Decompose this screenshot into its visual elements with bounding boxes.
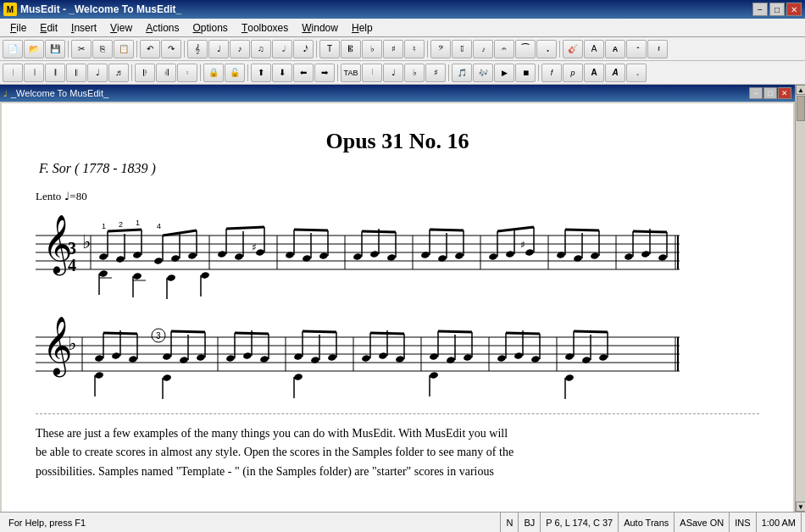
svg-point-108 <box>111 352 120 359</box>
menu-actions[interactable]: Actions <box>139 19 186 36</box>
menu-window[interactable]: Window <box>295 19 345 36</box>
tool-b13[interactable]: 𝄦 <box>452 40 472 58</box>
tool2-b13[interactable]: ⬇ <box>272 64 292 82</box>
tool-b2[interactable]: ♩ <box>208 40 229 58</box>
maximize-button[interactable]: □ <box>769 3 785 16</box>
scroll-thumb[interactable] <box>797 96 805 121</box>
svg-text:3: 3 <box>68 239 76 258</box>
tool-b15[interactable]: 𝄐 <box>494 40 514 58</box>
tool2-b18[interactable]: ♩ <box>383 64 403 82</box>
open-button[interactable]: 📂 <box>24 40 44 58</box>
tool2-b9[interactable]: 𝄈 <box>177 64 197 82</box>
tool-b3[interactable]: ♪ <box>230 40 250 58</box>
redo-button[interactable]: ↷ <box>161 40 181 58</box>
tool2-b17[interactable]: 𝄀 <box>362 64 382 82</box>
tool2-b10[interactable]: 🔒 <box>203 64 224 82</box>
tool-b8[interactable]: 𝄡 <box>341 40 361 58</box>
tool2-b14[interactable]: ⬅ <box>293 64 314 82</box>
help-text-pane: For Help, press F1 <box>3 513 501 532</box>
tool-b19[interactable]: A <box>584 40 604 58</box>
tool-b5[interactable]: 𝅗𝅥 <box>272 40 292 58</box>
svg-line-161 <box>506 333 540 334</box>
tool2-b4[interactable]: 𝄃 <box>66 64 86 82</box>
scroll-up-button[interactable]: ▲ <box>796 85 805 95</box>
svg-line-16 <box>108 230 142 231</box>
menu-insert[interactable]: Insert <box>64 19 103 36</box>
tool-b21[interactable]: 𝄼 <box>626 40 647 58</box>
svg-point-77 <box>641 250 650 258</box>
description-line2: be able to create scores in almost any s… <box>36 443 759 462</box>
tool2-b29[interactable]: 𝅃 <box>626 64 647 82</box>
n-pane: N <box>501 513 519 532</box>
tool-b20[interactable]: A <box>605 40 625 58</box>
new-button[interactable]: 📄 <box>3 40 23 58</box>
tool2-b2[interactable]: 𝄁 <box>24 64 44 82</box>
tool2-b19[interactable]: ♭ <box>404 64 425 82</box>
tool2-b3[interactable]: 𝄂 <box>45 64 65 82</box>
svg-point-17 <box>153 257 163 264</box>
minimize-button[interactable]: − <box>752 3 768 16</box>
svg-point-89 <box>132 272 142 280</box>
menu-toolboxes[interactable]: Toolboxes <box>235 19 295 36</box>
tool2-b21[interactable]: 🎵 <box>452 64 472 82</box>
svg-point-180 <box>564 374 574 381</box>
svg-point-21 <box>187 252 197 259</box>
tool-b22[interactable]: 𝄽 <box>647 40 668 58</box>
tool-b6[interactable]: 𝅘𝅥𝅯 <box>293 40 314 58</box>
toolbar2-sep-1 <box>131 64 132 81</box>
position-pane: P 6, L 174, C 37 <box>541 513 619 532</box>
tool2-b20[interactable]: ♯ <box>425 64 446 82</box>
tool2-b22[interactable]: 🎶 <box>473 64 493 82</box>
menu-options[interactable]: Options <box>186 19 235 36</box>
scroll-down-button[interactable]: ▼ <box>796 502 805 512</box>
save-button[interactable]: 💾 <box>45 40 65 58</box>
menu-file[interactable]: File <box>3 19 33 36</box>
tool-b14[interactable]: 𝆔 <box>473 40 493 58</box>
tool2-b28[interactable]: A <box>605 64 625 82</box>
tool2-b24[interactable]: ⏹ <box>515 64 536 82</box>
mdi-close-button[interactable]: ✕ <box>778 87 791 99</box>
close-button[interactable]: ✕ <box>786 3 802 16</box>
tool-b9[interactable]: ♭ <box>362 40 382 58</box>
tool-b16[interactable]: ⁀ <box>515 40 536 58</box>
tool2-b15[interactable]: ➡ <box>314 64 335 82</box>
document-content[interactable]: Opus 31 No. 16 F. Sor ( 1778 - 1839 ) Le… <box>2 103 793 512</box>
svg-point-58 <box>488 252 497 260</box>
undo-button[interactable]: ↶ <box>140 40 160 58</box>
svg-point-151 <box>463 353 472 361</box>
tool-b1[interactable]: 𝄞 <box>187 40 208 58</box>
menu-help[interactable]: Help <box>345 19 380 36</box>
tool-b10[interactable]: ♯ <box>383 40 403 58</box>
tool2-b1[interactable]: 𝄀 <box>3 64 23 82</box>
bj-label: BJ <box>524 518 535 528</box>
svg-line-129 <box>235 333 269 334</box>
vertical-scrollbar[interactable]: ▲ ▼ <box>795 85 805 512</box>
tool-b17[interactable]: 𝅕 <box>536 40 557 58</box>
tool2-b16[interactable]: TAB <box>341 64 361 82</box>
cut-button[interactable]: ✂ <box>71 40 92 58</box>
menu-edit[interactable]: Edit <box>33 19 64 36</box>
tool2-b6[interactable]: ♬ <box>108 64 129 82</box>
tool2-b12[interactable]: ⬆ <box>251 64 271 82</box>
tool-b12[interactable]: 𝄢 <box>430 40 451 58</box>
tool-b4[interactable]: ♫ <box>251 40 271 58</box>
tool-b11[interactable]: ♮ <box>404 40 425 58</box>
tool2-b8[interactable]: 𝄇 <box>156 64 176 82</box>
tool2-b25[interactable]: f <box>541 64 562 82</box>
mdi-maximize-button[interactable]: □ <box>763 87 777 99</box>
paste-button[interactable]: 📋 <box>114 40 134 58</box>
tool2-b27[interactable]: A <box>584 64 604 82</box>
score-tempo: Lento ♩=80 <box>36 190 759 203</box>
tool-b18[interactable]: 🎸 <box>563 40 583 58</box>
menu-view[interactable]: View <box>103 19 139 36</box>
tool2-b23[interactable]: ▶ <box>494 64 514 82</box>
tool2-b26[interactable]: p <box>563 64 583 82</box>
copy-button[interactable]: ⎘ <box>92 40 113 58</box>
tool-b7[interactable]: T <box>319 40 340 58</box>
mdi-window-controls: − □ ✕ <box>749 87 791 99</box>
toolbar-sep-4 <box>316 41 317 58</box>
tool2-b5[interactable]: ♩ <box>87 64 108 82</box>
tool2-b7[interactable]: 𝄆 <box>135 64 155 82</box>
mdi-minimize-button[interactable]: − <box>749 87 763 99</box>
tool2-b11[interactable]: 🔓 <box>225 64 245 82</box>
